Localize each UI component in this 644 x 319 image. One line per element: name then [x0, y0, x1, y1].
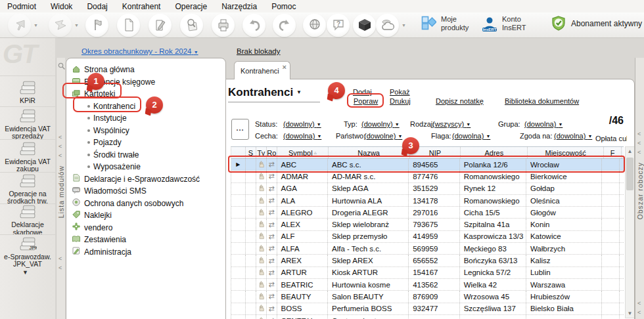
action-link-pokaz[interactable]: Pokaż [390, 88, 410, 96]
undo-button[interactable] [242, 14, 265, 37]
close-icon[interactable]: × [283, 63, 287, 71]
filter-value-typ[interactable]: (dowolny) ▼ [361, 120, 400, 128]
redo-button[interactable] [273, 14, 296, 37]
header-cell-f[interactable]: F [604, 147, 622, 158]
header-cell-adres[interactable]: Adres [461, 147, 528, 158]
filter-value-panstwo[interactable]: (dowolne) ▼ [364, 132, 402, 140]
collapse-chevron-icon[interactable]: < [58, 144, 62, 150]
menu-item-operacje[interactable]: Operacje [168, 2, 214, 11]
collapse-chevron-icon[interactable]: < [637, 131, 641, 137]
chevron-down-icon[interactable]: ▼ [34, 23, 38, 28]
cloud-button[interactable] [376, 14, 399, 37]
print-button[interactable] [212, 14, 235, 37]
tree-item-kontrahenci[interactable]: Kontrahenci [87, 100, 135, 112]
filter-value-rodzaj[interactable]: (wszyscy) ▼ [432, 120, 471, 128]
web-button[interactable] [303, 14, 326, 37]
action-link-dodaj[interactable]: Dodaj [353, 88, 372, 96]
table-row[interactable]: ⇄AGASklep AGA351529Rynek 12Gołdap [231, 183, 624, 195]
moje-produkty-group[interactable]: Moje produkty [421, 15, 469, 32]
tree-search-icon[interactable] [57, 62, 66, 72]
module-item-ewidencja-vat-zakupu[interactable]: Ewidencja VAT zakupu [0, 139, 55, 172]
module-item-operacje-na-srodkach-trw[interactable]: Operacje na środkach trw. [0, 172, 55, 203]
scrollbar-thumb[interactable] [626, 158, 633, 190]
collapse-chevron-icon[interactable]: < [637, 310, 641, 316]
workspace-collapse-strip[interactable]: <<<Obszar roboczy<< [635, 58, 644, 319]
nav-forward-button[interactable] [49, 14, 72, 37]
help-button[interactable]: ? [327, 14, 350, 37]
tree-item-vendero[interactable]: vendero [72, 222, 112, 234]
cube-button[interactable] [353, 14, 376, 37]
filter-value-status[interactable]: (dowolny) ▼ [283, 120, 321, 128]
tree-item-ochrona-danych-osobowych[interactable]: Ochrona danych osobowych [72, 198, 183, 209]
table-row[interactable]: ⇄AREXSklep AREX656552Bończyka 63/13Kalis… [231, 255, 624, 266]
tree-item-srodki-trwale[interactable]: Środki trwałe [87, 149, 139, 161]
table-row[interactable]: ▶⇄ABCABC s.c.894565Polanka 12/6Wrocław [231, 159, 624, 171]
tree-item-instytucje[interactable]: Instytucje [87, 112, 127, 124]
chevron-down-icon[interactable]: ▼ [402, 23, 406, 28]
action-link-drukuj[interactable]: Drukuj [390, 97, 411, 105]
module-item-e-sprawozdaw-jpk-vat[interactable]: JPKe-Sprawozdaw. JPK_VAT [0, 234, 55, 267]
scroll-up-icon[interactable]: ▲ [626, 148, 634, 154]
tree-item-wyposazenie[interactable]: Wyposażenie [87, 161, 141, 173]
more-modules-icon[interactable]: ▼ [22, 269, 28, 276]
table-row[interactable]: ⇄ALFAAlfa - Tech s.c.569959Męckiego 83Wa… [231, 243, 624, 255]
modules-collapse-strip[interactable]: <<<Lista modułów<< [56, 58, 65, 319]
filter-more-button[interactable]: ... [231, 119, 249, 140]
collapse-chevron-icon[interactable]: < [58, 153, 62, 159]
collapse-chevron-icon[interactable]: < [58, 256, 62, 262]
lock-status-link[interactable]: Brak blokady [237, 47, 280, 55]
collapse-chevron-icon[interactable]: < [58, 265, 62, 271]
tree-item-strona-glowna[interactable]: Strona główna [72, 64, 135, 75]
table-row[interactable]: ⇄ARTURKiosk ARTUR154167Legnicka 57/2Lubl… [231, 267, 624, 279]
page-title[interactable]: Kontrahenci ▼ [228, 86, 320, 102]
chevron-down-icon[interactable]: ▼ [74, 23, 79, 28]
header-cell-miejscowosc[interactable]: Miejscowość [528, 147, 604, 158]
collapse-chevron-icon[interactable]: < [637, 150, 641, 156]
menu-item-kontrahent[interactable]: Kontrahent [115, 2, 168, 11]
collapse-chevron-icon[interactable]: < [58, 135, 62, 140]
menu-item-widok[interactable]: Widok [43, 2, 80, 11]
tree-item-ewidencje-ksiegowe[interactable]: Ewidencje księgowe [72, 76, 155, 88]
menu-item-dodaj[interactable]: Dodaj [80, 2, 114, 11]
tab-kontrahenci[interactable]: Kontrahenci × [234, 61, 290, 79]
scroll-down-icon[interactable]: ▼ [626, 310, 634, 316]
menu-item-pomoc[interactable]: Pomoc [264, 2, 303, 11]
konto-insert-group[interactable]: InsERTKonto InsERT [482, 15, 526, 32]
filter-value-zgoda-na[interactable]: (dowolna) ▼ [554, 132, 592, 140]
action-link-popraw[interactable]: Popraw [354, 97, 378, 105]
vertical-scrollbar[interactable]: ▲ ▼ [625, 146, 635, 318]
abonament-group[interactable]: Abonament aktywny [551, 15, 642, 32]
collapse-chevron-icon[interactable]: < [637, 140, 641, 146]
action-link-biblioteka-dokumentow[interactable]: Biblioteka dokumentów [505, 97, 579, 105]
table-row[interactable]: ⇄ALFSklep przemysło414959Kasprowicza 13/… [231, 231, 624, 243]
header-cell-symbol[interactable]: Symbol▵ [277, 147, 329, 158]
nav-back-button[interactable] [8, 14, 31, 37]
menu-item-narzedzia[interactable]: Narzędzia [214, 2, 264, 11]
filter-value-cecha[interactable]: (dowolna) ▼ [283, 132, 321, 140]
header-cell-ro[interactable]: Ro [267, 147, 277, 158]
tree-item-deklaracje-i-e-sprawozdawczosc[interactable]: Deklaracje i e-Sprawozdawczość [72, 173, 200, 185]
filter-value-grupa[interactable]: (dowolna) ▼ [524, 120, 563, 128]
tree-item-wspolnicy[interactable]: Wspólnicy [87, 125, 129, 137]
module-item-ewidencja-vat-sprzedazy[interactable]: Ewidencja VAT sprzedaży [0, 106, 55, 139]
table-row[interactable]: ⇄BEATRICHurtownia kosme413562Wielka 42Wa… [231, 279, 624, 291]
module-item-deklaracje-skarbowe[interactable]: Deklaracje skarbowe [0, 203, 55, 234]
header-cell-ty[interactable]: Ty [256, 147, 267, 158]
filter-value-flaga[interactable]: (dowolna) ▼ [452, 132, 490, 140]
header-cell-s[interactable]: S [246, 147, 256, 158]
table-row[interactable]: ⇄ALEGRODrogeria ALEGR297016Cicha 15/5Gło… [231, 207, 624, 219]
tree-item-naklejki[interactable]: Naklejki [72, 209, 112, 221]
table-row[interactable]: ⇄BEAUTYSalon BEAUTY876909Wrzosowa 45Hrub… [231, 291, 624, 303]
menu-item-podmiot[interactable]: Podmiot [0, 2, 43, 11]
tree-item-zestawienia[interactable]: Zestawienia [72, 234, 126, 245]
table-row[interactable]: ⇄CENTRUCentrum kszt [231, 315, 624, 319]
table-row[interactable]: ⇄BOSSPerfumeria BOSS932477Szczęśliwa 137… [231, 303, 624, 315]
table-row[interactable]: ⇄ADMARAD-MAR s.c.877476RomanowskiegoBier… [231, 171, 624, 182]
header-cell-nazwa[interactable]: Nazwa [329, 147, 410, 158]
action-link-dopisz-notatke[interactable]: Dopisz notatkę [436, 97, 484, 105]
accounting-period-link[interactable]: Okres obrachunkowy - Rok 2024 ▼ [81, 47, 198, 55]
collapse-chevron-icon[interactable]: < [637, 301, 641, 307]
edit-document-button[interactable] [149, 14, 172, 37]
tree-item-pojazdy[interactable]: Pojazdy [87, 137, 122, 148]
header-cell-selector[interactable] [231, 147, 246, 158]
